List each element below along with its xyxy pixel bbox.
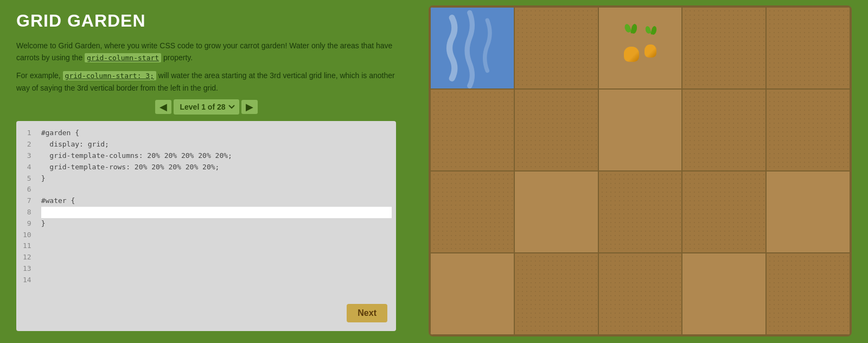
garden-cell-4-1	[430, 253, 514, 335]
next-level-button[interactable]: ▶	[241, 100, 258, 114]
garden-cell-2-5	[766, 89, 850, 171]
garden-cell-1-2	[514, 7, 598, 89]
code-line-14	[41, 275, 392, 286]
code-input[interactable]	[41, 208, 392, 217]
code-content: #garden { display: grid; grid-template-c…	[37, 125, 396, 327]
garden-cell-4-3	[598, 253, 682, 335]
garden-cell-3-1	[430, 171, 514, 253]
code-line-11	[41, 240, 392, 252]
code-line-3: grid-template-columns: 20% 20% 20% 20% 2…	[41, 150, 392, 162]
code-line-1: #garden {	[41, 128, 392, 139]
garden-cell-1-4	[682, 7, 766, 89]
code-line-13	[41, 263, 392, 275]
line-numbers: 12345 678910 11121314	[16, 125, 37, 327]
code-highlight-column-start: grid-column-start	[85, 53, 161, 62]
garden-cell-3-4	[682, 171, 766, 253]
description-2: For example, grid-column-start: 3; will …	[16, 69, 396, 94]
code-line-6	[41, 184, 392, 195]
code-line-2: display: grid;	[41, 139, 392, 150]
garden-cell-1-5	[766, 7, 850, 89]
code-line-4: grid-template-rows: 20% 20% 20% 20% 20%;	[41, 162, 392, 173]
garden-panel	[412, 0, 868, 342]
garden-cell-2-3	[598, 89, 682, 171]
garden-grid	[429, 5, 852, 336]
garden-cell-1-1	[430, 7, 514, 89]
carrot-plant-1	[624, 35, 639, 62]
code-editor: 12345 678910 11121314 #garden { display:…	[16, 121, 396, 331]
description-1: Welcome to Grid Garden, where you write …	[16, 40, 396, 64]
water-waves	[431, 8, 514, 88]
next-button[interactable]: Next	[347, 304, 387, 322]
code-line-9: }	[41, 218, 392, 230]
garden-cell-4-2	[514, 253, 598, 335]
garden-cell-3-2	[514, 171, 598, 253]
app-title: GRID GARDEN	[16, 11, 396, 31]
garden-cell-4-5	[766, 253, 850, 335]
carrot-plant-2	[644, 35, 656, 62]
garden-cell-2-2	[514, 89, 598, 171]
garden-cell-2-4	[682, 89, 766, 171]
garden-cell-3-3	[598, 171, 682, 253]
garden-cell-2-1	[430, 89, 514, 171]
level-bar: ◀ Level 1 of 28 Level 2 of 28 Level 3 of…	[16, 99, 396, 115]
code-line-10	[41, 230, 392, 241]
code-highlight-example: grid-column-start: 3;	[63, 71, 156, 80]
garden-cell-3-5	[766, 171, 850, 253]
code-area: 12345 678910 11121314 #garden { display:…	[16, 121, 396, 331]
garden-cell-4-4	[682, 253, 766, 335]
prev-level-button[interactable]: ◀	[155, 100, 171, 114]
garden-cell-1-3	[598, 7, 682, 89]
code-line-5: }	[41, 173, 392, 185]
level-selector[interactable]: Level 1 of 28 Level 2 of 28 Level 3 of 2…	[174, 99, 239, 115]
code-line-7: #water {	[41, 195, 392, 207]
code-line-8-active[interactable]	[41, 207, 392, 218]
code-line-12	[41, 252, 392, 263]
